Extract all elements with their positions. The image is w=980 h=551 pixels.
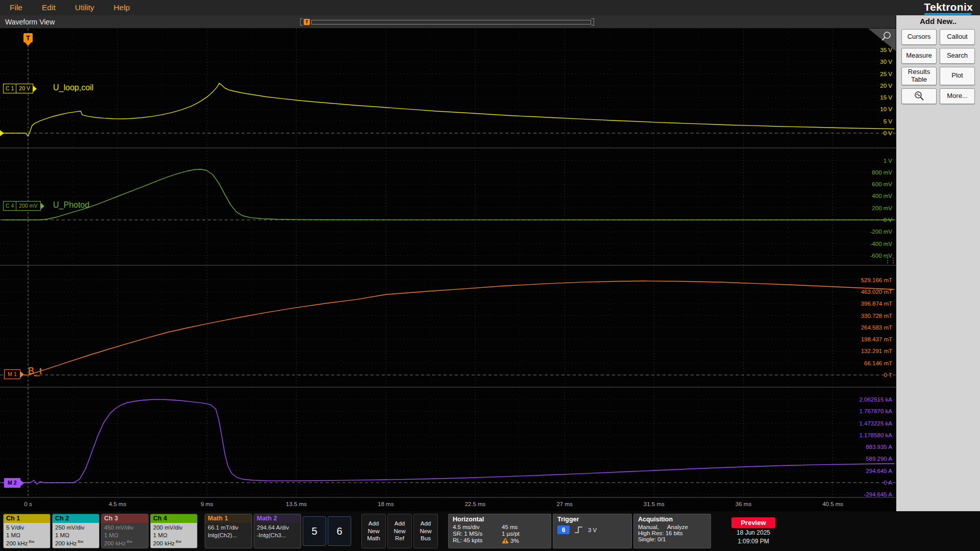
cursors-button[interactable]: Cursors	[901, 29, 937, 45]
callout-button[interactable]: Callout	[940, 29, 975, 45]
horizontal-panel-title: Horizontal	[453, 516, 547, 523]
ch3-badge-title: Ch 3	[102, 514, 148, 523]
horizontal-pan-overview-bar[interactable]: T	[300, 18, 594, 26]
trigger-source-badge: 6	[557, 525, 570, 534]
channel-marker-c1-scale: 20 V	[16, 84, 33, 93]
waveform-view-header: Waveform View T	[0, 15, 896, 29]
svg-text:66.146 mT: 66.146 mT	[864, 360, 892, 366]
ch4-badge[interactable]: Ch 4 200 mV/div 1 MΩ 200 kHzBw	[150, 514, 198, 548]
ch2-badge-title: Ch 2	[53, 514, 99, 523]
horizontal-panel-values: 4.5 ms/div45 ms SR: 1 MS/s1 µs/pt RL: 45…	[453, 524, 547, 544]
svg-text:13.5 ms: 13.5 ms	[286, 501, 307, 507]
svg-text:800 mV: 800 mV	[872, 169, 892, 176]
svg-text:5 V: 5 V	[884, 118, 893, 124]
overview-left-cap	[300, 18, 303, 26]
math2-badge[interactable]: Math 2 294.64 A/div -Intg(Ch3...	[254, 514, 301, 548]
search-button[interactable]: Search	[940, 48, 975, 64]
svg-text:9 ms: 9 ms	[201, 501, 213, 507]
ch1-badge[interactable]: Ch 1 5 V/div 1 MΩ 200 kHzBw	[3, 514, 51, 548]
svg-text:15 V: 15 V	[880, 94, 892, 101]
zoom-waveform-icon	[914, 91, 925, 101]
trigger-panel[interactable]: Trigger 6 3 V	[553, 514, 632, 548]
overview-right-cap	[591, 18, 594, 26]
svg-text:22.5 ms: 22.5 ms	[464, 501, 485, 507]
more-button[interactable]: More...	[940, 88, 975, 104]
acquisition-panel[interactable]: Acquisition Manual,Analyze High Res: 16 …	[633, 514, 711, 548]
svg-text:2.062515 kA: 2.062515 kA	[859, 396, 892, 403]
channel-marker-m1[interactable]: M 1	[4, 369, 20, 379]
trace-label-b-t: B_t	[28, 366, 42, 376]
date-label: 18 Jun 2025	[737, 529, 770, 537]
zoom-tool-button[interactable]	[901, 88, 937, 104]
channel-marker-c1[interactable]: C 1 20 V	[3, 84, 33, 93]
ch2-badge[interactable]: Ch 2 250 mV/div 1 MΩ 200 kHzBw	[52, 514, 100, 548]
svg-text:1 V: 1 V	[884, 158, 893, 164]
menu-utility[interactable]: Utility	[65, 3, 104, 12]
rising-edge-icon	[574, 526, 583, 534]
horizontal-panel[interactable]: Horizontal 4.5 ms/div45 ms SR: 1 MS/s1 µ…	[448, 514, 551, 548]
waveform-plot[interactable]: 35 V30 V25 V20 V15 V10 V5 V0 V1 V800 mV6…	[0, 29, 896, 511]
bandwidth-indicator: Bw	[127, 539, 132, 544]
measure-button[interactable]: Measure	[901, 48, 937, 64]
zoom-corner-button[interactable]	[868, 29, 896, 51]
overview-track[interactable]	[311, 20, 591, 24]
ch1-badge-body: 5 V/div 1 MΩ 200 kHzBw	[4, 523, 50, 548]
channel-marker-c4-scale: 200 mV	[16, 202, 40, 210]
add-new-ref-button[interactable]: Add New Ref	[387, 514, 412, 548]
svg-text:25 V: 25 V	[880, 71, 892, 77]
trigger-letter: T	[26, 34, 30, 42]
svg-text:294.645 A: 294.645 A	[866, 468, 892, 474]
svg-text:396.874 mT: 396.874 mT	[861, 300, 892, 307]
svg-text:10 V: 10 V	[880, 106, 892, 112]
svg-text:198.437 mT: 198.437 mT	[861, 336, 892, 342]
warning-icon	[502, 537, 509, 544]
results-table-button[interactable]: Results Table	[901, 67, 937, 85]
trace-label-u-photod: U_Photod	[53, 200, 89, 210]
menu-file[interactable]: File	[0, 3, 32, 12]
plot-button[interactable]: Plot	[940, 67, 975, 85]
acquisition-resolution-row: High Res: 16 bits	[638, 530, 706, 536]
right-sidebar: Add New.. Cursors Callout Measure Search…	[896, 15, 980, 511]
settings-bar: Ch 1 5 V/div 1 MΩ 200 kHzBw Ch 2 250 mV/…	[0, 511, 980, 551]
menu-edit[interactable]: Edit	[32, 3, 65, 12]
preview-button[interactable]: Preview	[731, 517, 775, 528]
svg-text:400 mV: 400 mV	[872, 193, 892, 199]
channel-marker-c4[interactable]: C 4 200 mV	[3, 201, 41, 211]
waveform-view: Waveform View T 35 V30 V25 V20 V15 V10 V…	[0, 15, 896, 511]
panel-drag-handle-icon[interactable]: ⋮⋮	[884, 258, 895, 263]
svg-text:-400 mV: -400 mV	[870, 241, 893, 247]
add-new-bus-button[interactable]: Add New Bus	[413, 514, 438, 548]
overview-trigger-marker[interactable]: T	[304, 19, 310, 25]
svg-text:18 ms: 18 ms	[378, 501, 394, 507]
trigger-position-marker[interactable]: T	[23, 33, 33, 42]
svg-text:264.583 mT: 264.583 mT	[861, 324, 892, 331]
svg-text:1.767870 kA: 1.767870 kA	[859, 408, 892, 414]
svg-text:30 V: 30 V	[880, 59, 892, 65]
add-new-math-button[interactable]: Add New Math	[361, 514, 386, 548]
svg-text:4.5 ms: 4.5 ms	[109, 501, 127, 507]
svg-text:20 V: 20 V	[880, 83, 892, 89]
math1-badge[interactable]: Math 1 66.1 mT/div Intg(Ch2)...	[205, 514, 252, 548]
channel-marker-c1-id: C 1	[4, 84, 16, 93]
svg-text:330.728 mT: 330.728 mT	[861, 313, 892, 319]
menu-help[interactable]: Help	[104, 3, 140, 12]
svg-text:600 mV: 600 mV	[872, 181, 892, 187]
svg-text:132.291 mT: 132.291 mT	[861, 348, 892, 354]
ch3-badge[interactable]: Ch 3 450 mV/div 1 MΩ 200 kHzBw	[101, 514, 149, 548]
svg-text:1.473225 kA: 1.473225 kA	[859, 420, 892, 427]
acquisition-mode-row: Manual,Analyze	[638, 524, 706, 530]
trace-label-u-loop-coil: U_loop,coil	[53, 83, 93, 93]
bandwidth-indicator: Bw	[29, 539, 34, 544]
svg-text:0 T: 0 T	[884, 372, 892, 378]
math1-badge-title: Math 1	[205, 514, 252, 523]
bandwidth-indicator: Bw	[78, 539, 83, 544]
nav-button-6[interactable]: 6	[328, 516, 351, 546]
waveform-view-title: Waveform View	[0, 18, 55, 26]
tektronix-logo: Tektronix	[924, 1, 973, 14]
svg-text:27 ms: 27 ms	[556, 501, 573, 507]
trigger-level-marker[interactable]	[0, 130, 4, 136]
channel-marker-m2[interactable]: M 2	[4, 478, 20, 488]
waveform-plot-area[interactable]: 35 V30 V25 V20 V15 V10 V5 V0 V1 V800 mV6…	[0, 29, 896, 511]
nav-button-5[interactable]: 5	[303, 516, 326, 546]
ch4-badge-title: Ch 4	[151, 514, 197, 523]
